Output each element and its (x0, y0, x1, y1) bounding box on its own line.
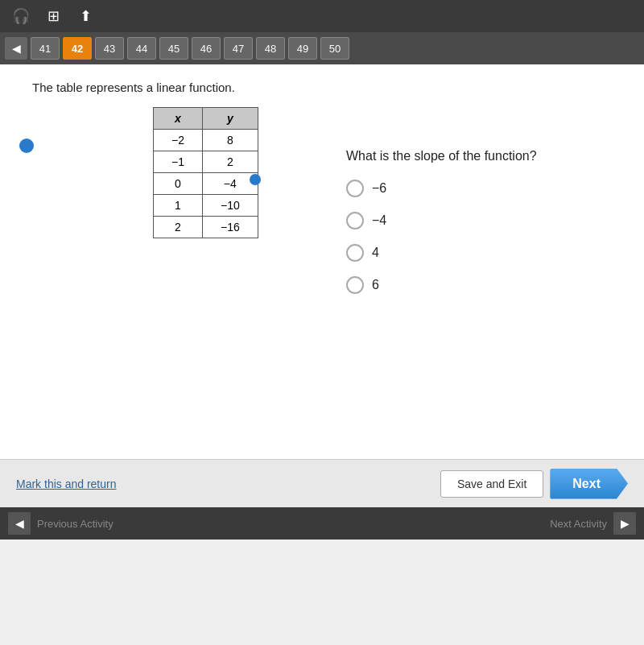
table-cell: 2 (202, 151, 258, 173)
nav-question-48[interactable]: 48 (256, 37, 285, 60)
nav-question-44[interactable]: 44 (127, 37, 156, 60)
prev-activity-label: Previous Activity (37, 518, 114, 530)
nav-question-47[interactable]: 47 (224, 37, 253, 60)
nav-arrow-left[interactable]: ◀ (5, 37, 27, 60)
option-neg4[interactable]: −4 (346, 212, 537, 229)
option-neg6[interactable]: −6 (346, 180, 537, 197)
next-activity-label: Next Activity (550, 518, 607, 530)
mark-return-button[interactable]: Mark this and return (16, 478, 117, 490)
activity-bar-right: Next Activity ▶ (550, 512, 636, 535)
bottom-bar: Mark this and return Save and Exit Next (0, 459, 644, 507)
radio-neg4[interactable] (346, 212, 364, 229)
nav-question-42[interactable]: 42 (63, 37, 92, 60)
table-header-x: x (154, 108, 203, 130)
blue-dot-indicator-2 (250, 174, 261, 185)
table-row: −2 8 (154, 130, 258, 151)
nav-question-45[interactable]: 45 (159, 37, 188, 60)
table-cell: 8 (202, 130, 258, 151)
nav-question-50[interactable]: 50 (320, 37, 349, 60)
blue-dot-indicator (19, 139, 34, 153)
table-row: 0 −4 (154, 173, 258, 195)
data-table: x y −2 8 −1 2 0 −4 1 −10 2 −16 (153, 107, 258, 238)
radio-neg6[interactable] (346, 180, 364, 197)
top-toolbar: 🎧 ⊞ ⬆ (0, 0, 644, 32)
table-row: −1 2 (154, 151, 258, 173)
nav-question-41[interactable]: 41 (31, 37, 60, 60)
option-6-label: 6 (372, 278, 379, 292)
next-activity-arrow[interactable]: ▶ (613, 512, 636, 535)
table-row: 1 −10 (154, 195, 258, 217)
table-header-y: y (202, 108, 258, 130)
prev-activity-arrow[interactable]: ◀ (8, 512, 31, 535)
table-row: 2 −16 (154, 217, 258, 238)
nav-question-43[interactable]: 43 (95, 37, 124, 60)
question-prompt: What is the slope of the function? (346, 149, 537, 163)
option-4[interactable]: 4 (346, 244, 537, 262)
table-cell: −1 (154, 151, 203, 173)
table-cell: 1 (154, 195, 203, 217)
right-question-panel: What is the slope of the function? −6 −4… (346, 149, 537, 308)
next-button[interactable]: Next (550, 469, 628, 499)
table-cell: −10 (202, 195, 258, 217)
option-neg6-label: −6 (372, 181, 386, 196)
question-context: The table represents a linear function. (32, 81, 620, 94)
table-cell: 2 (154, 217, 203, 238)
table-cell: 0 (154, 173, 203, 195)
nav-question-46[interactable]: 46 (192, 37, 221, 60)
headphones-icon[interactable]: 🎧 (8, 3, 34, 29)
save-exit-button[interactable]: Save and Exit (440, 470, 543, 498)
question-nav-bar: ◀ 41 42 43 44 45 46 47 48 49 50 (0, 32, 644, 64)
main-content: The table represents a linear function. … (0, 64, 644, 459)
option-4-label: 4 (372, 246, 379, 260)
upload-icon[interactable]: ⬆ (72, 3, 98, 29)
option-6[interactable]: 6 (346, 276, 537, 294)
table-cell: −16 (202, 217, 258, 238)
activity-bar: ◀ Previous Activity Next Activity ▶ (0, 507, 644, 540)
table-cell: −4 (202, 173, 258, 195)
nav-question-49[interactable]: 49 (288, 37, 317, 60)
table-cell: −2 (154, 130, 203, 151)
calculator-icon[interactable]: ⊞ (40, 3, 66, 29)
radio-6[interactable] (346, 276, 364, 294)
bottom-bar-right: Save and Exit Next (440, 469, 628, 499)
option-neg4-label: −4 (372, 213, 386, 228)
radio-4[interactable] (346, 244, 364, 262)
